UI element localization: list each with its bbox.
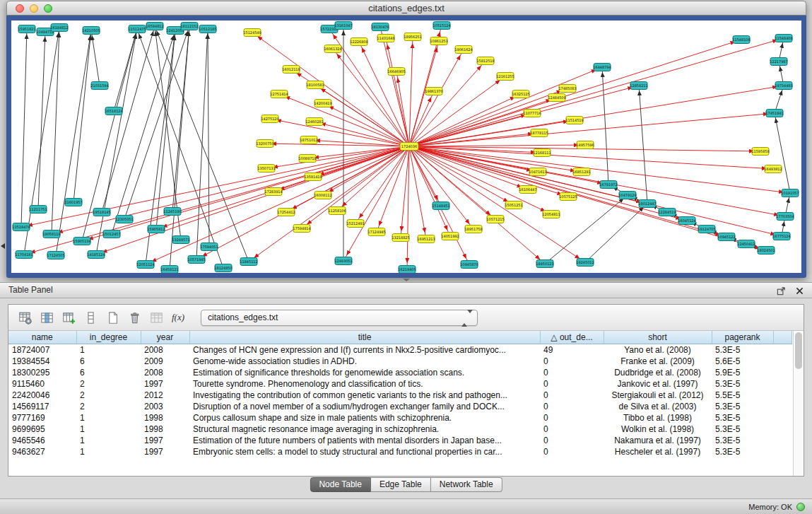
graph-node[interactable]: 12054811 <box>542 211 560 218</box>
graph-node[interactable]: 12751414 <box>270 90 288 98</box>
graph-node[interactable]: 10479129 <box>618 192 636 199</box>
graph-node[interactable]: 10575125 <box>559 193 577 201</box>
table-cell[interactable]: 2 <box>76 378 141 390</box>
graph-node[interactable]: 15812518 <box>476 57 494 65</box>
graph-node[interactable]: 13507131 <box>257 165 275 173</box>
table-cell[interactable]: Wolkin et al. (1998) <box>604 424 712 435</box>
table-cell[interactable]: 5.3E-5 <box>712 435 773 446</box>
graph-node[interactable]: 16106447 <box>519 186 536 194</box>
graph-edge[interactable] <box>409 88 567 146</box>
graph-node[interactable]: 15905134 <box>73 238 90 245</box>
graph-node[interactable]: 21601957 <box>64 199 82 206</box>
graph-node[interactable]: 10571215 <box>486 216 504 223</box>
tab-node-table[interactable]: Node Table <box>310 477 371 492</box>
graph-node[interactable]: 19861370 <box>425 88 442 95</box>
graph-node[interactable]: 13161047 <box>334 22 352 30</box>
graph-node[interactable]: 18112152 <box>180 23 198 30</box>
collapse-panel-icon[interactable] <box>1 243 5 249</box>
table-cell[interactable] <box>773 401 792 412</box>
graph-node[interactable]: 18956251 <box>404 33 421 41</box>
graph-node[interactable]: 15148451 <box>432 202 449 210</box>
table-cell[interactable] <box>773 424 792 435</box>
graph-edge[interactable] <box>386 38 409 146</box>
graph-node[interactable]: 17124945 <box>367 228 385 236</box>
graph-edge[interactable] <box>639 86 647 204</box>
table-cell[interactable]: Disruption of a novel member of a sodium… <box>189 401 540 412</box>
graph-node[interactable]: 17254412 <box>277 209 295 216</box>
graph-edge[interactable] <box>170 26 189 269</box>
table-cell[interactable]: 1997 <box>141 378 189 390</box>
graph-node[interactable]: 13218825 <box>392 234 409 242</box>
graph-node[interactable]: 12858211 <box>630 82 647 90</box>
graph-edge[interactable] <box>602 67 608 185</box>
graph-edge[interactable] <box>52 28 59 234</box>
graph-edge[interactable] <box>585 204 647 262</box>
window-titlebar[interactable]: citations_edges.txt <box>6 1 806 16</box>
table-cell[interactable]: 2012 <box>141 390 189 401</box>
scrollbar-thumb[interactable] <box>795 332 802 369</box>
column-header[interactable]: short <box>604 331 712 344</box>
graph-edge[interactable] <box>775 113 790 193</box>
table-cell[interactable]: 6 <box>76 367 141 378</box>
graph-node[interactable]: 19058118 <box>42 230 60 238</box>
graph-edge[interactable] <box>208 29 209 247</box>
graph-node[interactable]: 18100581 <box>306 81 324 89</box>
graph-edge[interactable] <box>279 94 409 146</box>
column-header[interactable]: year <box>141 331 189 344</box>
graph-node[interactable]: 14185124 <box>87 251 105 259</box>
table-cell[interactable]: 49 <box>540 344 604 356</box>
graph-node[interactable]: 1724036 <box>400 143 418 151</box>
graph-node[interactable]: 12217987 <box>770 58 787 66</box>
graph-node[interactable]: 12460281 <box>305 118 323 126</box>
graph-edge[interactable] <box>409 40 741 146</box>
table-cell[interactable]: 0 <box>540 435 604 446</box>
graph-node[interactable]: 10512185 <box>199 25 216 33</box>
table-row[interactable]: 1456911722003Disruption of a novel membe… <box>8 401 792 412</box>
graph-node[interactable]: 18124850 <box>214 264 232 272</box>
table-cell[interactable]: Nakamura et al. (1997) <box>604 435 712 446</box>
table-cell[interactable]: 5.9E-5 <box>712 367 773 378</box>
table-cell[interactable] <box>773 356 792 367</box>
graph-node[interactable]: 21031594 <box>90 82 108 90</box>
table-cell[interactable]: 5.3E-5 <box>712 401 773 412</box>
table-cell[interactable]: Changes of HCN gene expression and I(f) … <box>189 344 540 356</box>
graph-edge[interactable] <box>114 29 137 111</box>
graph-node[interactable]: 10089718 <box>298 155 316 163</box>
import-table-icon[interactable] <box>147 308 165 327</box>
table-cell[interactable]: 1 <box>76 412 141 424</box>
graph-node[interactable]: 11595858 <box>751 148 769 156</box>
tab-edge-table[interactable]: Edge Table <box>371 477 431 492</box>
new-column-icon[interactable] <box>59 308 78 327</box>
graph-edge[interactable] <box>146 146 409 264</box>
table-cell[interactable]: Structural magnetic resonance image aver… <box>189 424 540 435</box>
table-row[interactable]: 977716911998Corpus callosum shape and si… <box>8 412 792 424</box>
graph-node[interactable]: 16219405 <box>398 266 416 274</box>
table-cell[interactable]: Investigating the contribution of common… <box>189 390 540 401</box>
graph-node[interactable]: 12450412 <box>737 240 755 248</box>
table-cell[interactable]: 1 <box>76 344 141 356</box>
network-canvas[interactable]: 1724036160613241222680811431648189562511… <box>11 21 801 273</box>
graph-node[interactable]: 18130476 <box>371 23 389 31</box>
graph-edge[interactable] <box>56 30 91 255</box>
table-row[interactable]: 946554611997Estimation of the future num… <box>8 435 792 446</box>
delete-table-icon[interactable] <box>125 308 143 327</box>
graph-node[interactable]: 16008112 <box>314 192 331 199</box>
graph-edge[interactable] <box>249 146 409 262</box>
graph-edge[interactable] <box>38 32 45 209</box>
table-cell[interactable]: 9463627 <box>8 446 76 457</box>
table-row[interactable]: 1830029562008Estimation of significance … <box>8 367 792 378</box>
column-header[interactable] <box>773 331 792 344</box>
table-cell[interactable]: 1 <box>76 435 141 446</box>
table-cell[interactable]: Estimation of the future numbers of pati… <box>189 435 540 446</box>
graph-node[interactable]: 14957596 <box>576 141 594 149</box>
graph-node[interactable]: 19734493 <box>775 82 792 90</box>
table-cell[interactable]: 2 <box>76 401 141 412</box>
minimize-window-button[interactable] <box>30 4 38 13</box>
graph-node[interactable]: 10571945 <box>187 256 205 264</box>
table-cell[interactable] <box>773 412 792 424</box>
table-cell[interactable]: Jankovic et al. (1997) <box>604 378 712 390</box>
table-cell[interactable]: 2008 <box>141 367 189 378</box>
graph-node[interactable]: 15212491 <box>346 220 364 228</box>
tab-network-table[interactable]: Network Table <box>431 477 502 492</box>
graph-node[interactable]: 16184812 <box>50 24 68 32</box>
